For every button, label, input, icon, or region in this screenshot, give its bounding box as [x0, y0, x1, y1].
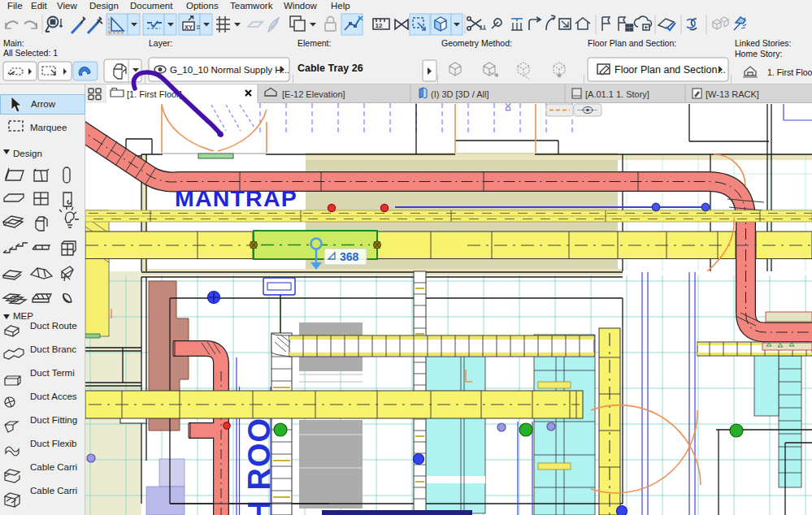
- svg-text:(I) 3D [3D / All]: (I) 3D [3D / All]: [431, 89, 489, 99]
- svg-text:MANTRAP: MANTRAP: [175, 185, 297, 211]
- svg-text:G_10_10 Normal Supply H...: G_10_10 Normal Supply H...: [170, 65, 289, 75]
- svg-text:Floor Plan and Section...: Floor Plan and Section...: [614, 64, 726, 76]
- svg-text:368: 368: [340, 250, 359, 263]
- svg-text:DO: DO: [504, 103, 512, 111]
- svg-text:[W-13 RACK]: [W-13 RACK]: [706, 89, 759, 99]
- svg-text:[1. First Floor]: [1. First Floor]: [127, 89, 182, 99]
- svg-text:[E-12 Elevation]: [E-12 Elevation]: [282, 89, 345, 99]
- svg-text:[A.01.1 1. Story]: [A.01.1 1. Story]: [585, 89, 649, 99]
- svg-text:XY: XY: [185, 24, 193, 31]
- svg-text:12: 12: [376, 22, 383, 29]
